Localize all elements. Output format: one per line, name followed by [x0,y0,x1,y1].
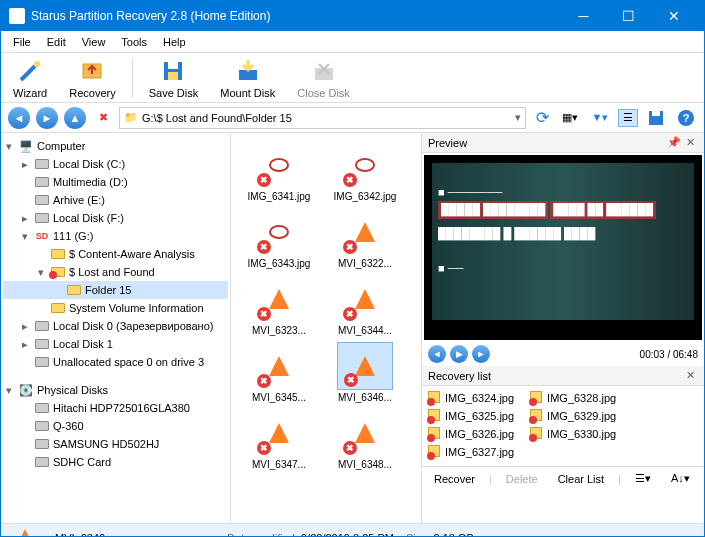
menu-tools[interactable]: Tools [113,34,155,50]
svg-rect-3 [168,62,178,69]
recovery-item[interactable]: IMG_6327.jpg [428,444,514,460]
status-filename: MVI_6346.mov [55,532,215,538]
play-button[interactable]: ▶ [450,345,468,363]
tree-item[interactable]: SAMSUNG HD502HJ [3,435,228,453]
recovery-item[interactable]: IMG_6330.jpg [530,426,616,442]
tree-item[interactable]: ▸Local Disk 0 (Зарезервировано) [3,317,228,335]
minimize-button[interactable]: ─ [561,1,606,31]
svg-rect-4 [168,72,178,80]
right-panel: Preview 📌 ✕ ■ ─────── █████ ████████ ███… [421,133,704,523]
main: ▾🖥️Computer ▸Local Disk (C:)Multimedia (… [1,133,704,523]
file-thumb[interactable]: ✖MVI_6344... [325,275,405,336]
save-disk-button[interactable]: Save Disk [143,55,205,101]
file-thumb[interactable]: ✖IMG_6341.jpg [239,141,319,202]
tree-panel[interactable]: ▾🖥️Computer ▸Local Disk (C:)Multimedia (… [1,133,231,523]
mount-disk-button[interactable]: Mount Disk [214,55,281,101]
up-button[interactable]: ▲ [63,106,87,130]
view-thumbs-button[interactable]: ▦▾ [558,106,582,130]
preview-header: Preview 📌 ✕ [422,133,704,153]
tree-physical-disks[interactable]: ▾💽Physical Disks [3,381,228,399]
back-button[interactable]: ◄ [7,106,31,130]
status-file-icon: ✖ [11,529,43,538]
recovery-button[interactable]: Recovery [63,55,121,101]
close-disk-button[interactable]: Close Disk [291,55,356,101]
clear-list-button[interactable]: Clear List [552,471,610,487]
help-button[interactable]: ? [674,106,698,130]
file-thumb[interactable]: ✖MVI_6346... [325,342,405,403]
menu-file[interactable]: File [5,34,39,50]
tree-item[interactable]: SDHC Card [3,453,228,471]
file-thumb[interactable]: ✖MVI_6323... [239,275,319,336]
tree-item[interactable]: Multimedia (D:) [3,173,228,191]
tree-item[interactable]: Folder 15 [3,281,228,299]
recovery-item[interactable]: IMG_6326.jpg [428,426,514,442]
svg-rect-8 [652,111,660,116]
preview-image: ■ ─────── █████ ████████ ████ ██ ██████ … [424,155,702,340]
file-thumb[interactable]: ✖MVI_6322... [325,208,405,269]
tree-item[interactable]: ▸Local Disk (F:) [3,209,228,227]
status-bar: ✖ MVI_6346.mov GOM Медиа файл(.mov) Date… [1,523,704,537]
recovery-close-icon[interactable]: ✕ [682,368,698,384]
tree-item[interactable]: Arhive (E:) [3,191,228,209]
toolbar: Wizard Recovery Save Disk Mount Disk Clo… [1,53,704,103]
file-list[interactable]: ✖IMG_6341.jpg✖IMG_6342.jpg✖IMG_6343.jpg✖… [231,133,421,523]
recovery-item[interactable]: IMG_6325.jpg [428,408,514,424]
save-view-button[interactable] [644,106,668,130]
file-thumb[interactable]: ✖MVI_6347... [239,409,319,470]
svg-point-0 [34,61,40,67]
next-button[interactable]: ► [472,345,490,363]
file-thumb[interactable]: ✖MVI_6345... [239,342,319,403]
tree-item[interactable]: Q-360 [3,417,228,435]
address-dropdown-icon[interactable]: ▾ [515,111,521,124]
tree-item[interactable]: ▸Local Disk 1 [3,335,228,353]
window-title: Starus Partition Recovery 2.8 (Home Edit… [31,9,561,23]
refresh-button[interactable]: ⟳ [530,106,554,130]
delete-path-button[interactable]: ✖ [91,106,115,130]
wizard-button[interactable]: Wizard [7,55,53,101]
close-button[interactable]: ✕ [651,1,696,31]
recovery-item[interactable]: IMG_6324.jpg [428,390,514,406]
tree-item[interactable]: System Volume Information [3,299,228,317]
sort-az-button[interactable]: A↓▾ [665,470,696,487]
address-bar[interactable]: 📁 G:\$ Lost and Found\Folder 15 ▾ [119,107,526,129]
file-thumb[interactable]: ✖MVI_6348... [325,409,405,470]
svg-text:?: ? [683,112,690,124]
titlebar: Starus Partition Recovery 2.8 (Home Edit… [1,1,704,31]
tree-item[interactable]: ▾SD111 (G:) [3,227,228,245]
file-thumb[interactable]: ✖IMG_6342.jpg [325,141,405,202]
menu-view[interactable]: View [74,34,114,50]
tree-item[interactable]: Hitachi HDP725016GLA380 [3,399,228,417]
app-icon [9,8,25,24]
preview-title: Preview [428,137,467,149]
select-button[interactable]: ☰ [618,109,638,127]
forward-button[interactable]: ► [35,106,59,130]
address-text: G:\$ Lost and Found\Folder 15 [142,112,292,124]
tree-computer[interactable]: ▾🖥️Computer [3,137,228,155]
recovery-list-panel: Recovery list ✕ IMG_6324.jpgIMG_6325.jpg… [422,366,704,523]
recovery-item[interactable]: IMG_6328.jpg [530,390,616,406]
tree-item[interactable]: ▾$ Lost and Found [3,263,228,281]
recovery-list[interactable]: IMG_6324.jpgIMG_6325.jpgIMG_6326.jpgIMG_… [422,386,704,466]
tree-item[interactable]: ▸Local Disk (C:) [3,155,228,173]
menu-help[interactable]: Help [155,34,194,50]
recovery-item[interactable]: IMG_6329.jpg [530,408,616,424]
recovery-title: Recovery list [428,370,491,382]
delete-button[interactable]: Delete [500,471,544,487]
tree-item[interactable]: $ Content-Aware Analysis [3,245,228,263]
file-thumb[interactable]: ✖IMG_6343.jpg [239,208,319,269]
recovery-toolbar: Recover | Delete Clear List | ☰▾ A↓▾ [422,466,704,490]
tree-item[interactable]: Unallocated space 0 on drive 3 [3,353,228,371]
recover-button[interactable]: Recover [428,471,481,487]
preview-close-icon[interactable]: ✕ [682,135,698,151]
sort-button[interactable]: ☰▾ [629,470,657,487]
prev-button[interactable]: ◄ [428,345,446,363]
preview-time: 00:03 / 06:48 [640,349,698,360]
preview-pin-icon[interactable]: 📌 [666,135,682,151]
menu-edit[interactable]: Edit [39,34,74,50]
menubar: File Edit View Tools Help [1,31,704,53]
navbar: ◄ ► ▲ ✖ 📁 G:\$ Lost and Found\Folder 15 … [1,103,704,133]
maximize-button[interactable]: ☐ [606,1,651,31]
recovery-header: Recovery list ✕ [422,366,704,386]
filter-button[interactable]: ▼▾ [588,106,612,130]
preview-controls: ◄ ▶ ► 00:03 / 06:48 [422,342,704,366]
